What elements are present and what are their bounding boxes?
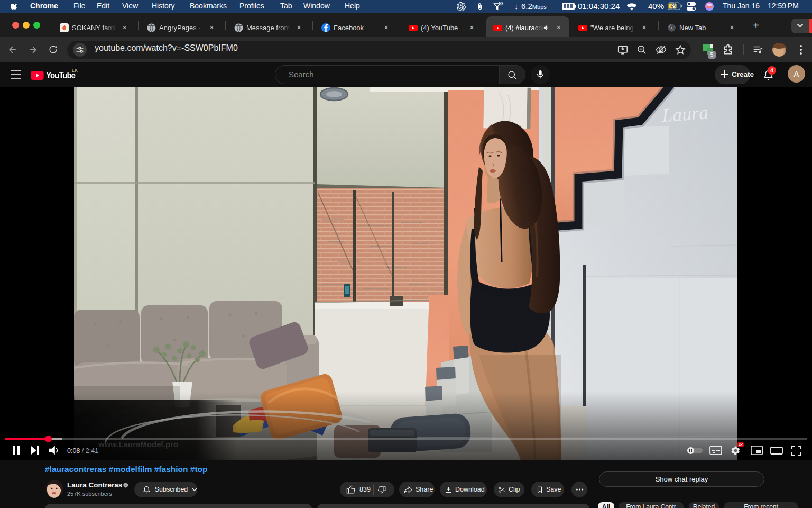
svg-text:Laura: Laura: [661, 102, 709, 126]
